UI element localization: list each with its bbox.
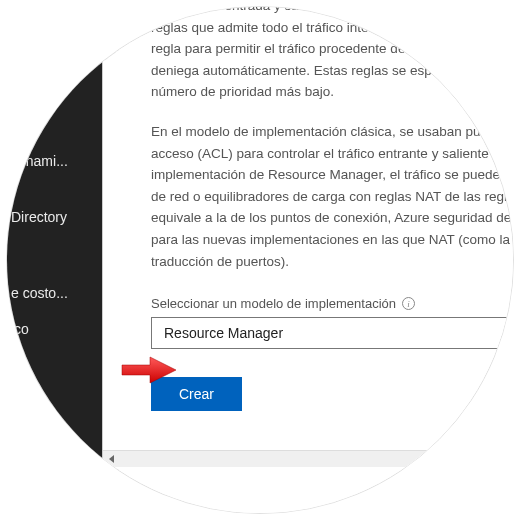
create-button[interactable]: Crear [151, 377, 242, 411]
description-paragraph-1: udientes de entrada y salida. Además, ca… [151, 6, 514, 103]
scroll-left-arrow-icon[interactable] [103, 451, 120, 468]
sidebar-item-costo[interactable]: e costo... [6, 275, 102, 311]
sidebar-item-irga[interactable]: irga [6, 107, 102, 143]
sidebar-item-blank2[interactable] [6, 235, 102, 255]
description-paragraph-2: En el modelo de implementación clásica, … [151, 121, 514, 272]
chevron-down-icon [504, 326, 514, 340]
sidebar-item-blank3[interactable] [6, 255, 102, 275]
deployment-model-value: Resource Manager [164, 325, 283, 341]
main-panel: udientes de entrada y salida. Además, ca… [102, 6, 514, 514]
info-icon[interactable]: i [402, 297, 415, 310]
deployment-model-label: Seleccionar un modelo de implementación … [151, 296, 514, 311]
sidebar-item-directory[interactable]: Directory [6, 199, 102, 235]
sidebar: irga cenami... Directory e costo... ico [6, 6, 102, 514]
sidebar-item-ico[interactable]: ico [6, 311, 102, 347]
deployment-model-label-text: Seleccionar un modelo de implementación [151, 296, 396, 311]
sidebar-item-cenami[interactable]: cenami... [6, 143, 102, 179]
horizontal-scrollbar[interactable] [103, 450, 514, 467]
deployment-model-select[interactable]: Resource Manager [151, 317, 514, 349]
sidebar-item-blank1[interactable] [6, 179, 102, 199]
